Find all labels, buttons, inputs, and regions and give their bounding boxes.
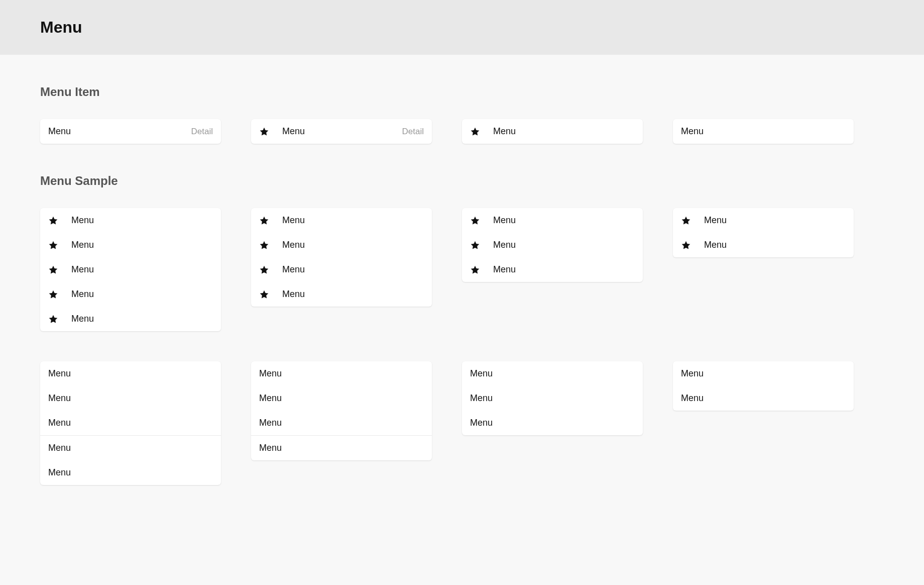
menu-item[interactable]: Menu — [251, 233, 432, 257]
section-title-menu-sample: Menu Sample — [40, 174, 884, 188]
star-icon — [470, 216, 480, 226]
star-icon — [48, 314, 58, 324]
menu-item-label: Menu — [71, 264, 213, 275]
menu-item-label: Menu — [71, 240, 213, 250]
menu-card-icon-4: Menu Menu Menu Menu — [251, 208, 432, 307]
star-icon — [681, 216, 691, 226]
menu-item-detail: Detail — [191, 127, 213, 137]
menu-item[interactable]: Menu — [462, 208, 643, 233]
menu-item-label: Menu — [259, 393, 424, 404]
page-content: Menu Item Menu Detail Menu Detail — [0, 55, 924, 545]
star-icon — [48, 240, 58, 250]
menu-item[interactable]: Menu — [251, 411, 432, 435]
menu-item-label: Menu — [681, 393, 846, 404]
menu-item[interactable]: Menu — [40, 436, 221, 460]
menu-item-label: Menu — [493, 126, 635, 137]
menu-item[interactable]: Menu — [462, 386, 643, 411]
menu-card-plain-5: Menu Menu Menu Menu Menu — [40, 361, 221, 485]
star-icon — [48, 265, 58, 275]
menu-item[interactable]: Menu — [251, 436, 432, 460]
menu-card-icon-5: Menu Menu Menu Menu Menu — [40, 208, 221, 331]
menu-card-icon-3: Menu Menu Menu — [462, 208, 643, 282]
menu-sample-plain-row: Menu Menu Menu Menu Menu Menu — [40, 361, 884, 485]
menu-item-label: Menu — [48, 418, 213, 428]
menu-item-label: Menu — [48, 443, 213, 453]
menu-item[interactable]: Menu — [40, 460, 221, 485]
menu-item[interactable]: Menu — [251, 257, 432, 282]
section-title-menu-item: Menu Item — [40, 85, 884, 99]
menu-item[interactable]: Menu — [251, 282, 432, 307]
menu-item[interactable]: Menu — [673, 119, 854, 144]
star-icon — [48, 216, 58, 226]
star-icon — [259, 127, 269, 137]
menu-item[interactable]: Menu — [462, 257, 643, 282]
menu-item-label: Menu — [282, 240, 424, 250]
star-icon — [681, 240, 691, 250]
menu-item[interactable]: Menu — [673, 386, 854, 411]
menu-item-label: Menu — [493, 264, 635, 275]
menu-card-plain: Menu — [673, 119, 854, 144]
menu-item-label: Menu — [704, 215, 846, 226]
star-icon — [259, 240, 269, 250]
menu-item-label: Menu — [282, 264, 424, 275]
menu-item[interactable]: Menu — [673, 233, 854, 257]
menu-item-section: Menu Item Menu Detail Menu Detail — [40, 85, 884, 144]
menu-item[interactable]: Menu — [462, 411, 643, 435]
menu-item[interactable]: Menu — [251, 361, 432, 386]
menu-item[interactable]: Menu — [40, 386, 221, 411]
page-header: Menu — [0, 0, 924, 55]
star-icon — [48, 289, 58, 300]
star-icon — [259, 289, 269, 300]
menu-item[interactable]: Menu — [462, 119, 643, 144]
menu-item-label: Menu — [470, 393, 635, 404]
star-icon — [259, 216, 269, 226]
menu-item-label: Menu — [259, 443, 424, 453]
menu-item-label: Menu — [48, 368, 213, 379]
menu-item[interactable]: Menu — [673, 361, 854, 386]
menu-item-label: Menu — [470, 368, 635, 379]
menu-item-label: Menu — [71, 314, 213, 324]
menu-item-label: Menu — [71, 215, 213, 226]
menu-item-label: Menu — [259, 368, 424, 379]
menu-item[interactable]: Menu — [251, 208, 432, 233]
menu-item-label: Menu — [493, 240, 635, 250]
menu-sample-icon-row: Menu Menu Menu Menu Menu — [40, 208, 884, 331]
menu-card-plain-2: Menu Menu — [673, 361, 854, 411]
menu-item-label: Menu — [282, 215, 424, 226]
menu-item[interactable]: Menu — [462, 233, 643, 257]
menu-item[interactable]: Menu — [40, 307, 221, 331]
menu-card-icon: Menu — [462, 119, 643, 144]
menu-item-label: Menu — [493, 215, 635, 226]
menu-item[interactable]: Menu — [40, 208, 221, 233]
page-title: Menu — [40, 18, 884, 37]
menu-card-plain-3: Menu Menu Menu — [462, 361, 643, 435]
menu-item[interactable]: Menu — [673, 208, 854, 233]
menu-item[interactable]: Menu — [40, 233, 221, 257]
menu-card-icon-2: Menu Menu — [673, 208, 854, 257]
star-icon — [259, 265, 269, 275]
menu-item-label: Menu — [48, 393, 213, 404]
menu-item-label: Menu — [282, 289, 424, 300]
menu-item-label: Menu — [704, 240, 846, 250]
menu-item-label: Menu — [71, 289, 213, 300]
menu-sample-section: Menu Sample Menu Menu Menu — [40, 174, 884, 485]
menu-item-label: Menu — [48, 467, 213, 478]
star-icon — [470, 265, 480, 275]
menu-card-icon-detail: Menu Detail — [251, 119, 432, 144]
menu-item[interactable]: Menu — [40, 282, 221, 307]
menu-item[interactable]: Menu Detail — [251, 119, 432, 144]
menu-item[interactable]: Menu — [40, 257, 221, 282]
menu-item-label: Menu — [681, 126, 846, 137]
menu-item-label: Menu — [681, 368, 846, 379]
menu-item[interactable]: Menu — [40, 361, 221, 386]
menu-item-label: Menu — [259, 418, 424, 428]
menu-item[interactable]: Menu — [251, 386, 432, 411]
menu-item-label: Menu — [282, 126, 402, 137]
menu-item[interactable]: Menu Detail — [40, 119, 221, 144]
menu-item[interactable]: Menu — [462, 361, 643, 386]
menu-item-row: Menu Detail Menu Detail Menu — [40, 119, 884, 144]
menu-item-detail: Detail — [402, 127, 424, 137]
menu-item-label: Menu — [48, 126, 191, 137]
menu-item[interactable]: Menu — [40, 411, 221, 435]
star-icon — [470, 240, 480, 250]
